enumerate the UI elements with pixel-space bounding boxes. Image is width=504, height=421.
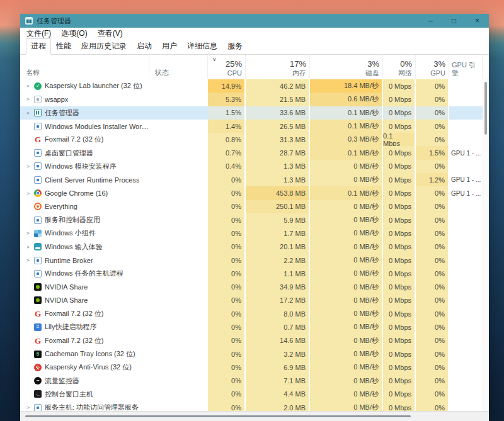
gpu-engine-cell — [449, 120, 483, 133]
column-header-disk[interactable]: 3%磁盘 — [310, 55, 383, 80]
status-cell — [149, 173, 208, 186]
process-row[interactable]: >Foxmail 7.2 (32 位)0%8.0 MB0 MB/秒0 Mbps0… — [20, 307, 483, 320]
net-cell: 0 Mbps — [383, 227, 416, 240]
process-row[interactable]: >Kaspersky Lab launcher (32 位)14.9%46.2 … — [20, 79, 483, 93]
expand-chevron-icon[interactable]: > — [25, 164, 31, 169]
process-row[interactable]: >wsappx5.3%21.5 MB0.6 MB/秒0 Mbps0% — [20, 93, 483, 106]
tab-performance[interactable]: 性能 — [51, 38, 76, 55]
tab-processes[interactable]: 进程 — [26, 38, 51, 55]
process-row[interactable]: >NVIDIA Share0%17.2 MB0 MB/秒0 Mbps0% — [20, 294, 483, 307]
process-row[interactable]: >Windows 小组件0%1.7 MB0 MB/秒0 Mbps0% — [20, 227, 483, 240]
net-cell: 0 Mbps — [383, 79, 416, 93]
status-cell — [149, 227, 208, 240]
status-cell — [149, 120, 208, 133]
generic-icon — [34, 404, 42, 411]
horizontal-scrollbar[interactable] — [20, 411, 489, 421]
column-header-gpueng[interactable]: GPU 引擎 — [449, 55, 483, 80]
status-cell — [149, 160, 208, 173]
process-row[interactable]: >Windows 输入体验0%20.1 MB0 MB/秒0 Mbps0% — [20, 240, 483, 254]
process-name-cell: >Foxmail 7.2 (32 位) — [20, 307, 149, 320]
tab-users[interactable]: 用户 — [157, 38, 182, 55]
process-name-cell: >Runtime Broker — [20, 254, 149, 267]
menu-item-file[interactable]: 文件(F) — [26, 28, 51, 39]
status-cell — [149, 388, 208, 401]
disk-cell: 0 MB/秒 — [310, 347, 383, 361]
expand-chevron-icon[interactable]: > — [25, 96, 31, 102]
expand-chevron-icon[interactable]: > — [25, 83, 31, 89]
tab-services[interactable]: 服务 — [222, 38, 248, 55]
column-header-mem[interactable]: 17%内存 — [246, 55, 310, 80]
process-name: Kaspersky Lab launcher (32 位) — [45, 81, 142, 91]
process-row[interactable]: >服务主机: 功能访问管理器服务0%2.0 MB0 MB/秒0 Mbps0% — [20, 401, 483, 411]
status-cell — [149, 347, 208, 361]
tab-startup[interactable]: 启动 — [132, 38, 157, 55]
process-row[interactable]: >Windows 任务的主机进程0%1.1 MB0 MB/秒0 Mbps0% — [20, 267, 483, 280]
process-row[interactable]: >Foxmail 7.2 (32 位)0.8%31.3 MB0.3 MB/秒0.… — [20, 133, 483, 146]
column-header-status[interactable]: 状态 — [149, 55, 208, 80]
gpu-cell: 0% — [416, 106, 449, 120]
process-row[interactable]: >Runtime Broker0%2.2 MB0 MB/秒0 Mbps0% — [20, 254, 483, 267]
gpu-engine-cell — [449, 374, 483, 388]
gpu-cell: 0% — [416, 294, 449, 307]
gpu-engine-cell — [449, 240, 483, 254]
process-row[interactable]: >Client Server Runtime Process0%1.3 MB0 … — [20, 173, 483, 186]
expand-chevron-icon[interactable]: > — [25, 405, 31, 410]
cpu-cell: 0% — [208, 361, 246, 374]
title-bar[interactable]: 任务管理器 – □ × — [20, 14, 489, 28]
gpu-engine-cell — [449, 93, 483, 106]
process-row[interactable]: >服务和控制器应用0%5.9 MB0 MB/秒0 Mbps0% — [20, 213, 483, 227]
menu-item-options[interactable]: 选项(O) — [61, 28, 87, 39]
net-cell: 0 Mbps — [383, 254, 416, 267]
vertical-scrollbar-thumb[interactable] — [484, 82, 487, 135]
process-row[interactable]: >流量监控器0%7.1 MB0 MB/秒0 Mbps0% — [20, 374, 483, 388]
gpu-cell: 0% — [416, 334, 449, 347]
process-row[interactable]: >Lily快捷启动程序0%0.7 MB0 MB/秒0 Mbps0% — [20, 320, 483, 334]
process-row[interactable]: >桌面窗口管理器0.7%28.7 MB0.1 MB/秒0 Mbps1.5%GPU… — [20, 146, 483, 159]
process-row[interactable]: >Google Chrome (16)0%453.8 MB0.1 MB/秒0 M… — [20, 186, 483, 199]
console-icon — [34, 390, 42, 398]
process-row[interactable]: >Windows 模块安装程序0.4%1.3 MB0 MB/秒0 Mbps0% — [20, 160, 483, 173]
expand-chevron-icon[interactable]: > — [25, 230, 31, 236]
disk-cell: 0 MB/秒 — [310, 200, 383, 213]
process-row[interactable]: >控制台窗口主机0%4.4 MB0 MB/秒0 Mbps0% — [20, 388, 483, 401]
expand-chevron-icon[interactable]: > — [25, 257, 31, 263]
expand-chevron-icon[interactable]: > — [25, 191, 31, 196]
close-button[interactable]: × — [466, 14, 489, 28]
process-name-cell: >Kaspersky Lab launcher (32 位) — [20, 79, 149, 93]
process-row[interactable]: >Cacheman Tray Icons (32 位)0%3.2 MB0 MB/… — [20, 347, 483, 361]
column-label: 内存 — [292, 69, 306, 77]
gpu-cell: 0% — [416, 280, 449, 293]
gpu-cell: 0% — [416, 213, 449, 227]
column-header-cpu[interactable]: ∨25%CPU — [208, 55, 246, 80]
horizontal-scrollbar-thumb[interactable] — [25, 415, 411, 417]
maximize-button[interactable]: □ — [442, 14, 466, 28]
menu-item-view[interactable]: 查看(V) — [98, 28, 123, 39]
process-name: NVIDIA Share — [45, 296, 88, 304]
process-name: NVIDIA Share — [45, 283, 88, 291]
cpu-cell: 0% — [208, 320, 246, 334]
process-row[interactable]: >Windows Modules Installer Worker1.4%26.… — [20, 120, 483, 133]
mem-cell: 453.8 MB — [246, 186, 310, 199]
mem-cell: 7.1 MB — [246, 374, 310, 388]
status-cell — [149, 280, 208, 293]
mem-cell: 28.7 MB — [246, 146, 310, 159]
column-header-net[interactable]: 0%网络 — [383, 55, 416, 80]
vertical-scrollbar[interactable] — [483, 79, 489, 411]
status-cell — [149, 361, 208, 374]
column-header-gpu[interactable]: 3%GPU — [416, 55, 449, 80]
process-row[interactable]: >Everything0%250.1 MB0 MB/秒0 Mbps0% — [20, 200, 483, 213]
column-header-name[interactable]: 名称 — [20, 55, 149, 80]
process-row[interactable]: >Foxmail 7.2 (32 位)0%14.6 MB0 MB/秒0 Mbps… — [20, 334, 483, 347]
expand-chevron-icon[interactable]: > — [25, 244, 31, 250]
minimize-button[interactable]: – — [419, 14, 442, 28]
tab-details[interactable]: 详细信息 — [182, 38, 222, 55]
cpu-cell: 0% — [208, 307, 246, 320]
status-cell — [149, 320, 208, 334]
disk-cell: 0 MB/秒 — [310, 294, 383, 307]
process-row[interactable]: >NVIDIA Share0%34.9 MB0 MB/秒0 Mbps0% — [20, 280, 483, 293]
process-row[interactable]: >任务管理器1.5%33.6 MB0.1 MB/秒0 Mbps0% — [20, 106, 483, 120]
tab-app-history[interactable]: 应用历史记录 — [76, 38, 132, 55]
expand-chevron-icon[interactable]: > — [25, 110, 31, 116]
process-row[interactable]: >Kaspersky Anti-Virus (32 位)0%6.9 MB0 MB… — [20, 361, 483, 374]
cpu-cell: 0% — [208, 213, 246, 227]
